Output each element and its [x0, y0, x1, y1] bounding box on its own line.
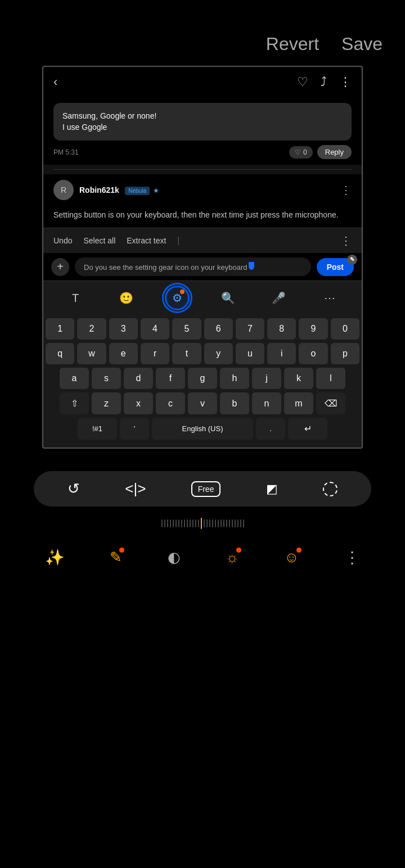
tick	[178, 519, 179, 527]
filter-tool[interactable]: ◐	[168, 549, 181, 566]
share-icon[interactable]: ⤴	[321, 75, 327, 89]
emoji-icon: 🙂	[119, 291, 133, 305]
message-actions: ♡ 0 Reply	[289, 145, 352, 159]
key-d[interactable]: d	[124, 368, 153, 389]
key-p[interactable]: p	[331, 343, 359, 364]
key-x[interactable]: x	[124, 392, 153, 414]
key-o[interactable]: o	[299, 343, 327, 364]
key-4[interactable]: 4	[141, 318, 169, 340]
reply-button[interactable]: Reply	[317, 145, 352, 159]
tick	[190, 519, 191, 527]
tick	[195, 519, 196, 527]
lasso-tool[interactable]	[323, 482, 338, 496]
more-tools-button[interactable]: ⋮	[344, 548, 360, 567]
key-t[interactable]: t	[172, 343, 201, 364]
key-0[interactable]: 0	[331, 318, 359, 340]
text-format-button[interactable]: T	[63, 286, 88, 310]
symbol-key[interactable]: !#1	[78, 418, 117, 440]
key-i[interactable]: i	[267, 343, 296, 364]
key-z[interactable]: z	[92, 392, 121, 414]
pen-icon: ✎	[347, 255, 357, 265]
key-7[interactable]: 7	[236, 318, 264, 340]
key-g[interactable]: g	[188, 368, 217, 389]
key-m[interactable]: m	[284, 392, 313, 414]
key-h[interactable]: h	[220, 368, 249, 389]
key-v[interactable]: v	[188, 392, 217, 414]
space-key[interactable]: English (US)	[152, 418, 253, 440]
like-badge[interactable]: ♡ 0	[289, 146, 313, 159]
divider	[53, 169, 352, 170]
key-q[interactable]: q	[46, 343, 74, 364]
key-w[interactable]: w	[77, 343, 106, 364]
key-b[interactable]: b	[220, 392, 249, 414]
heart-icon[interactable]: ♡	[297, 75, 308, 89]
key-c[interactable]: c	[156, 392, 185, 414]
free-tool[interactable]: Free	[191, 481, 221, 497]
tick	[229, 519, 230, 527]
key-6[interactable]: 6	[204, 318, 233, 340]
key-l[interactable]: l	[316, 368, 345, 389]
reply-input[interactable]: Do you see the setting gear icon on your…	[75, 257, 311, 276]
key-2[interactable]: 2	[77, 318, 106, 340]
qwerty-row: q w e r t y u i o p	[46, 343, 359, 364]
undo-button[interactable]: Undo	[53, 236, 72, 245]
rotate-tool[interactable]: ↺	[68, 480, 80, 498]
tick	[187, 519, 188, 527]
more-keyboard-button[interactable]: ⋯	[317, 286, 342, 310]
key-3[interactable]: 3	[109, 318, 138, 340]
search-button[interactable]: 🔍	[215, 286, 240, 310]
text-overlay-tool[interactable]: ✎	[110, 549, 122, 566]
apostrophe-key[interactable]: '	[120, 418, 149, 440]
username: Robin621k	[79, 186, 119, 195]
key-n[interactable]: n	[252, 392, 281, 414]
crop-tool[interactable]: ◩	[266, 482, 278, 496]
key-e[interactable]: e	[109, 343, 138, 364]
settings-message: Settings button is on your keyboard, the…	[43, 206, 362, 228]
key-s[interactable]: s	[92, 368, 121, 389]
user-more-icon[interactable]: ⋮	[340, 183, 352, 197]
emoji-button[interactable]: 🙂	[114, 286, 138, 310]
backspace-key[interactable]: ⌫	[316, 392, 345, 414]
key-9[interactable]: 9	[299, 318, 327, 340]
tick	[220, 519, 222, 527]
free-label: Free	[198, 485, 214, 494]
key-k[interactable]: k	[284, 368, 313, 389]
message-time: PM 5:31	[53, 148, 79, 156]
key-8[interactable]: 8	[267, 318, 296, 340]
toolbar-more-icon[interactable]: ⋮	[340, 234, 352, 247]
post-button[interactable]: Post ✎	[317, 258, 354, 276]
microphone-button[interactable]: 🎤	[266, 286, 291, 310]
save-button[interactable]: Save	[341, 34, 382, 55]
settings-gear-button[interactable]: ⚙	[165, 286, 190, 310]
adjust-tool[interactable]: ☼	[226, 549, 239, 566]
tick	[226, 519, 227, 527]
key-a[interactable]: a	[60, 368, 89, 389]
key-r[interactable]: r	[141, 343, 169, 364]
key-y[interactable]: y	[204, 343, 233, 364]
extract-text-button[interactable]: Extract text	[127, 236, 166, 245]
effects-tool[interactable]: ✨	[45, 548, 65, 567]
key-1[interactable]: 1	[46, 318, 74, 340]
split-tool[interactable]: <|>	[125, 480, 146, 498]
key-5[interactable]: 5	[172, 318, 201, 340]
rotate-icon: ↺	[68, 480, 80, 498]
select-all-button[interactable]: Select all	[83, 236, 115, 245]
crop-icon: ◩	[266, 482, 278, 496]
filter-icon: ◐	[168, 549, 181, 566]
key-f[interactable]: f	[156, 368, 185, 389]
username-group: Robin621k Nebula ★	[79, 185, 159, 195]
sticker-tool[interactable]: ☺	[284, 549, 299, 566]
effects-icon: ✨	[45, 548, 65, 567]
add-attachment-button[interactable]: +	[51, 258, 69, 276]
enter-key[interactable]: ↵	[288, 418, 327, 440]
reply-input-text: Do you see the setting gear icon on your…	[84, 263, 248, 272]
shift-key[interactable]: ⇧	[60, 392, 89, 414]
bottom-row: !#1 ' English (US) . ↵	[46, 418, 359, 440]
period-key[interactable]: .	[256, 418, 285, 440]
back-icon[interactable]: ‹	[53, 75, 57, 89]
more-options-icon[interactable]: ⋮	[339, 75, 352, 89]
heart-small-icon: ♡	[295, 148, 301, 156]
key-j[interactable]: j	[252, 368, 281, 389]
revert-button[interactable]: Revert	[266, 34, 319, 55]
key-u[interactable]: u	[236, 343, 264, 364]
